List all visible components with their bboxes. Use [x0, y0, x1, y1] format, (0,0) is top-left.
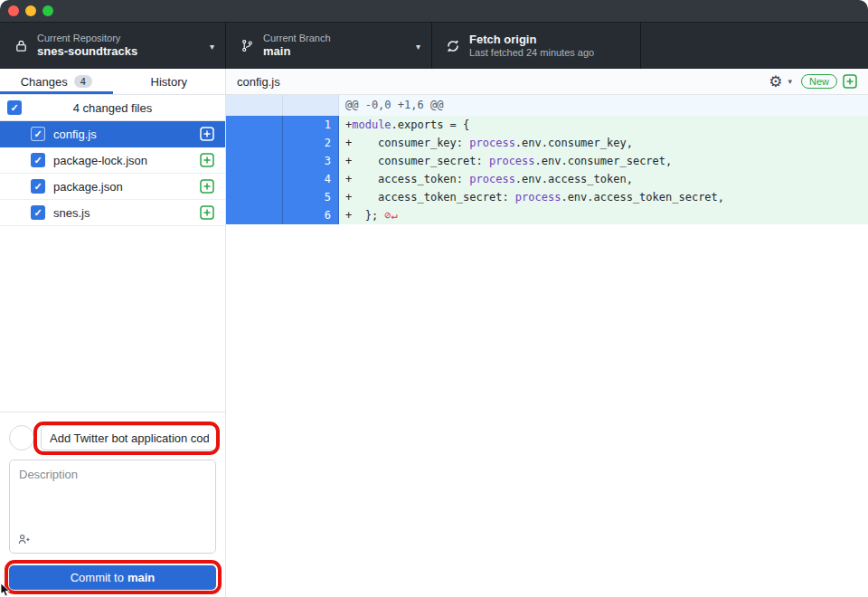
diff-code-line: + access_token_secret: process.env.acces…: [339, 188, 868, 206]
file-row-config.js[interactable]: ✓config.js: [0, 121, 225, 147]
sidebar-empty-area: [0, 226, 225, 412]
current-repository-dropdown[interactable]: Current Repository snes-soundtracks ▾: [0, 23, 226, 69]
diff-code-line: @@ -0,0 +1,6 @@: [339, 95, 868, 116]
current-branch-name: main: [263, 44, 331, 59]
file-row-snes.js[interactable]: ✓snes.js: [0, 200, 225, 226]
commit-button-prefix: Commit to: [71, 571, 124, 584]
commit-button[interactable]: Commit to main: [9, 565, 216, 590]
diff-added-line[interactable]: 6+ }; ⊘↵: [226, 206, 868, 224]
diff-gutter-new[interactable]: 5: [283, 188, 339, 206]
diff-code-line: + }; ⊘↵: [339, 206, 868, 224]
file-name: snes.js: [53, 206, 192, 220]
diff-gutter-new[interactable]: 2: [283, 134, 339, 152]
tab-changes-label: Changes: [21, 75, 68, 89]
diff-code-line: + consumer_key: process.env.consumer_key…: [339, 134, 868, 152]
select-all-row[interactable]: ✓ 4 changed files: [0, 95, 225, 121]
code-segment: + access_token:: [345, 173, 469, 185]
diff-added-line[interactable]: 5+ access_token_secret: process.env.acce…: [226, 188, 868, 206]
file-status-added-icon: [200, 179, 214, 194]
diff-gutter-old[interactable]: [226, 170, 283, 188]
no-newline-icon: ⊘↵: [378, 209, 398, 222]
code-segment: process: [469, 173, 515, 185]
current-repository-label: Current Repository: [37, 33, 137, 45]
add-coauthor-icon[interactable]: [17, 533, 31, 546]
code-segment: .exports = {: [392, 118, 470, 131]
file-name: package.json: [53, 180, 192, 194]
code-segment: + consumer_secret:: [345, 155, 489, 167]
diff-added-line[interactable]: 1+module.exports = {: [226, 116, 868, 134]
chevron-down-icon[interactable]: ▾: [788, 77, 792, 86]
code-segment: + consumer_key:: [345, 137, 469, 149]
screenshot-stage: Current Repository snes-soundtracks ▾: [0, 0, 868, 597]
chevron-down-icon: ▾: [210, 41, 214, 51]
tab-changes[interactable]: Changes 4: [0, 69, 113, 94]
diff-gutter-old[interactable]: [226, 95, 283, 116]
diff-file-title: config.js: [237, 75, 280, 89]
diff-added-line[interactable]: 2+ consumer_key: process.env.consumer_ke…: [226, 134, 868, 152]
fetch-origin-subtitle: Last fetched 24 minutes ago: [469, 47, 594, 60]
file-checkbox[interactable]: ✓: [31, 127, 45, 141]
code-segment: .env.consumer_secret,: [535, 155, 673, 167]
commit-description-input[interactable]: [10, 460, 215, 553]
diff-gutter-new[interactable]: 3: [283, 152, 339, 170]
plus-square-icon: [843, 74, 857, 89]
code-segment: .env.access_token_secret,: [561, 191, 724, 204]
file-row-package.json[interactable]: ✓package.json: [0, 174, 225, 200]
diff-gutter-new[interactable]: 1: [283, 116, 339, 134]
file-name: package-lock.json: [53, 154, 192, 167]
fetch-origin-button[interactable]: Fetch origin Last fetched 24 minutes ago: [432, 23, 641, 69]
diff-gutter-new[interactable]: [283, 95, 339, 116]
diff-added-line[interactable]: 3+ consumer_secret: process.env.consumer…: [226, 152, 868, 170]
code-segment: .env.consumer_key,: [515, 137, 633, 149]
diff-added-line[interactable]: 4+ access_token: process.env.access_toke…: [226, 170, 868, 188]
diff-code-line: + consumer_secret: process.env.consumer_…: [339, 152, 868, 170]
diff-header: config.js ⚙ ▾ New: [226, 69, 868, 95]
code-segment: .env.access_token,: [515, 173, 633, 185]
avatar: [9, 425, 34, 450]
diff-gutter-old[interactable]: [226, 206, 283, 224]
titlebar[interactable]: [0, 0, 868, 23]
changed-files-count: 4 changed files: [0, 101, 225, 115]
file-checkbox[interactable]: ✓: [31, 205, 45, 220]
tab-history[interactable]: History: [113, 69, 226, 94]
changed-files-list: ✓config.js✓package-lock.json✓package.jso…: [0, 121, 225, 226]
diff-gutter-new[interactable]: 4: [283, 170, 339, 188]
file-checkbox[interactable]: ✓: [31, 153, 45, 167]
sidebar-tabs: Changes 4 History: [0, 69, 225, 95]
code-segment: process: [469, 137, 515, 149]
diff-gutter-old[interactable]: [226, 134, 283, 152]
file-status-added-icon: [200, 153, 214, 167]
commit-description-box: [9, 460, 216, 554]
file-row-package-lock.json[interactable]: ✓package-lock.json: [0, 147, 225, 174]
git-branch-icon: [239, 39, 255, 52]
diff-gutter-old[interactable]: [226, 188, 283, 206]
diff-code-line: +module.exports = {: [339, 116, 868, 134]
close-window-button[interactable]: [8, 5, 19, 16]
zoom-window-button[interactable]: [42, 5, 53, 16]
file-status-added-icon: [200, 127, 214, 141]
current-branch-label: Current Branch: [263, 33, 331, 45]
file-status-new-badge: New: [801, 74, 837, 89]
diff-gutter-old[interactable]: [226, 116, 283, 134]
minimize-window-button[interactable]: [25, 5, 36, 16]
current-branch-dropdown[interactable]: Current Branch main ▾: [226, 23, 432, 69]
diff-panel: config.js ⚙ ▾ New @@ -0,0 +1,6 @@1+: [226, 69, 868, 597]
fetch-origin-title: Fetch origin: [469, 33, 594, 47]
gear-icon[interactable]: ⚙: [769, 74, 782, 90]
code-segment: + access_token_secret:: [345, 191, 515, 204]
file-checkbox[interactable]: ✓: [31, 179, 45, 194]
sync-icon: [445, 39, 461, 53]
changes-count-badge: 4: [74, 75, 92, 88]
diff-view: @@ -0,0 +1,6 @@1+module.exports = {2+ co…: [226, 95, 868, 597]
commit-summary-input[interactable]: [41, 425, 218, 450]
toolbar-empty-area: [641, 23, 868, 69]
commit-form: Commit to main: [0, 412, 225, 597]
code-segment: process: [489, 155, 535, 167]
chevron-down-icon: ▾: [416, 41, 420, 51]
current-repository-name: snes-soundtracks: [37, 44, 137, 59]
code-segment: module: [352, 118, 391, 131]
diff-gutter-old[interactable]: [226, 152, 283, 170]
tab-history-label: History: [151, 75, 187, 89]
diff-gutter-new[interactable]: 6: [283, 206, 339, 224]
lock-icon: [13, 39, 29, 52]
